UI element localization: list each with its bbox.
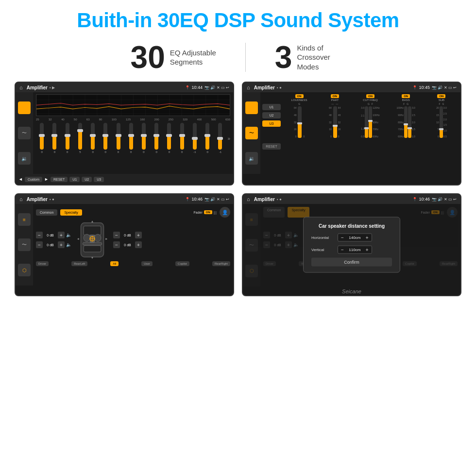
common-tab[interactable]: Common	[36, 209, 57, 216]
eq-play-btn[interactable]: ►	[44, 177, 49, 182]
pos-copilot[interactable]: Copilot	[175, 261, 189, 266]
eq-slider-0[interactable]: 0	[36, 123, 48, 153]
preset-u3[interactable]: U3	[262, 120, 281, 127]
pos-rearright[interactable]: RearRight	[212, 261, 230, 266]
eq-slider-14[interactable]: -1	[214, 123, 226, 153]
left-vol-2: − 0 dB + 🔈	[36, 241, 71, 248]
eq-slider-10[interactable]: 0	[163, 123, 175, 153]
eq-slider-12[interactable]: -1	[189, 123, 201, 153]
eq-slider-5[interactable]: 0	[100, 123, 111, 153]
eq-slider-1[interactable]: 0	[49, 123, 60, 153]
bass-slider-r[interactable]	[408, 106, 411, 138]
cutfreq-slider-l[interactable]	[365, 106, 368, 138]
cross-vol-btn[interactable]: 🔉	[245, 152, 258, 165]
eq-bottom-bar: ◄ Custom ► RESET U1 U2 U3	[16, 174, 233, 185]
left-vol1-plus[interactable]: +	[58, 232, 65, 238]
bass-on[interactable]: ON	[402, 94, 410, 98]
bass-slider-l[interactable]	[404, 106, 408, 138]
home-icon-1[interactable]: ⌂	[19, 84, 23, 90]
right-vol2-minus[interactable]: −	[113, 241, 120, 248]
cross-wave-btn[interactable]: 〜	[245, 127, 258, 139]
amplifier-title-1: Amplifier	[27, 85, 48, 90]
cutfreq-on[interactable]: ON	[366, 94, 374, 98]
bg-p1: +	[285, 232, 292, 238]
bg-fader: Fader ON |||	[421, 207, 444, 218]
phat-on[interactable]: ON	[331, 94, 339, 98]
svg-text:◄: ◄	[77, 237, 80, 240]
eq-u3-btn[interactable]: U3	[94, 177, 104, 182]
svg-rect-3	[84, 226, 101, 235]
page-header: Buith-in 30EQ DSP Sound System	[0, 0, 476, 37]
pos-all[interactable]: All	[110, 261, 119, 266]
bal-wave-btn[interactable]: 〜	[18, 238, 31, 251]
left-vol2-val: 0 dB	[44, 243, 56, 247]
left-vol2-minus[interactable]: −	[36, 241, 43, 248]
cutfreq-slider-r[interactable]	[369, 106, 372, 138]
bg-fader-on: ON	[431, 210, 440, 214]
eq-vol-btn[interactable]: 🔉	[18, 152, 31, 165]
left-vol1-minus[interactable]: −	[36, 232, 43, 238]
eq-u1-btn[interactable]: U1	[69, 177, 80, 182]
dialog-vertical-plus[interactable]: +	[365, 247, 370, 253]
home-icon-2[interactable]: ⌂	[247, 84, 250, 90]
bal-bt-btn[interactable]: ⬡	[18, 264, 31, 276]
eq-slider-7[interactable]: 0	[125, 123, 137, 153]
eq-slider-13[interactable]: 0	[202, 123, 213, 153]
eq-slider-3[interactable]: 5	[74, 123, 86, 153]
eq-custom-btn[interactable]: Custom	[25, 177, 42, 182]
preset-u1[interactable]: U1	[262, 104, 281, 110]
loudness-slider[interactable]	[298, 106, 302, 138]
status-icons-4: 📷 🔊 ✕ ▭ ↩	[432, 197, 457, 202]
eq-slider-4[interactable]: 0	[87, 123, 99, 153]
right-vol1-minus[interactable]: −	[113, 232, 120, 238]
home-icon-3[interactable]: ⌂	[19, 196, 23, 202]
bg-p2: +	[285, 241, 292, 248]
right-vol-1: − 0 dB +	[113, 232, 142, 238]
preset-u2[interactable]: U2	[262, 112, 281, 118]
eq-slider-8[interactable]: 0	[138, 123, 150, 153]
home-icon-4[interactable]: ⌂	[247, 196, 250, 202]
dialog-horizontal-minus[interactable]: −	[340, 235, 345, 240]
eq-slider-6[interactable]: 0	[112, 123, 124, 153]
dialog-horizontal-plus[interactable]: +	[365, 235, 370, 240]
eq-slider-2[interactable]: 0	[61, 123, 73, 153]
eq-menu-btn[interactable]: ≡	[18, 101, 31, 114]
cross-menu-btn[interactable]: ≡	[245, 101, 258, 114]
right-vol2-plus[interactable]: +	[135, 241, 142, 248]
pos-driver[interactable]: Driver	[36, 261, 49, 266]
phat-slider[interactable]	[333, 106, 337, 138]
person-btn[interactable]: 👤	[220, 207, 230, 218]
eq-reset-btn[interactable]: RESET	[51, 177, 68, 182]
bg-spk1: 🔈	[293, 233, 299, 237]
right-vol1-plus[interactable]: +	[135, 232, 142, 238]
eq-slider-9[interactable]: 0	[151, 123, 162, 153]
right-volumes: − 0 dB + − 0 dB +	[113, 232, 142, 248]
pos-rearleft[interactable]: RearLeft	[71, 261, 87, 266]
left-vol2-plus[interactable]: +	[58, 241, 65, 248]
specialty-tab[interactable]: Specialty	[60, 209, 82, 216]
confirm-button[interactable]: Confirm	[311, 258, 392, 267]
fader-on-badge[interactable]: ON	[204, 210, 212, 214]
eq-u2-btn[interactable]: U2	[82, 177, 92, 182]
svg-point-6	[95, 234, 101, 241]
preset-reset[interactable]: RESET	[262, 143, 281, 150]
bal-menu-btn[interactable]: ≡	[18, 213, 31, 226]
eq-slider-11[interactable]: 0	[176, 123, 188, 153]
stats-row: 30 EQ AdjustableSegments 3 Kinds ofCross…	[0, 37, 476, 82]
eq-wave-btn[interactable]: 〜	[18, 127, 31, 139]
sub-on[interactable]: ON	[437, 94, 445, 98]
page-title: Buith-in 30EQ DSP Sound System	[0, 9, 476, 32]
dialog-vertical-minus[interactable]: −	[340, 247, 345, 253]
sub-slider[interactable]	[440, 106, 443, 138]
svg-rect-1	[36, 95, 230, 116]
stat-eq: 30 EQ AdjustableSegments	[102, 42, 245, 73]
eq-prev-btn[interactable]: ◄	[18, 177, 23, 182]
dialog-horizontal-val: 140cm	[346, 236, 363, 240]
bg-left2: − 0 dB + 🔈	[263, 241, 299, 248]
bg-sidebar: ≡ 〜 ⬡	[243, 204, 260, 287]
pos-user[interactable]: User	[141, 261, 153, 266]
loudness-on[interactable]: ON	[295, 94, 304, 98]
bg-driver: Driver	[263, 261, 276, 266]
eq-arrows[interactable]: »	[227, 136, 230, 141]
loudness-scale: 644832160	[294, 106, 297, 138]
